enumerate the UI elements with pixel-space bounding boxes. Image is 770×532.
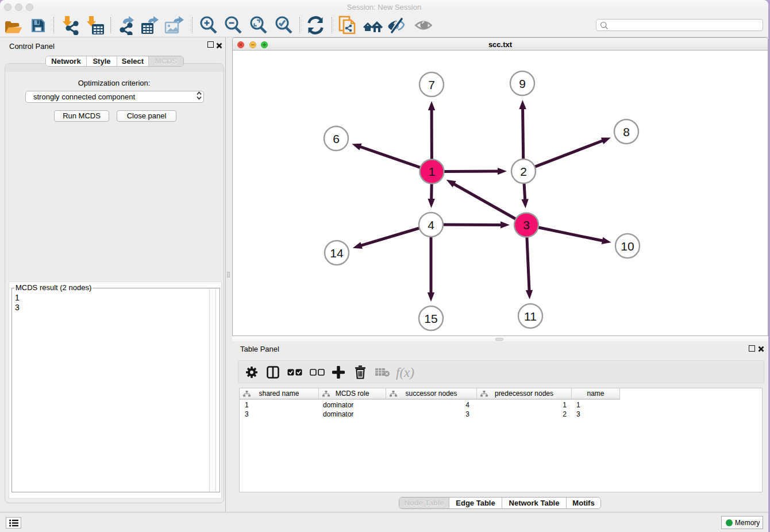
svg-text:9: 9 xyxy=(519,77,526,90)
svg-text:15: 15 xyxy=(424,312,437,325)
svg-text:11: 11 xyxy=(524,310,537,323)
svg-text:2: 2 xyxy=(520,165,527,178)
svg-text:10: 10 xyxy=(621,240,634,253)
svg-text:6: 6 xyxy=(333,132,340,145)
svg-text:8: 8 xyxy=(623,125,630,138)
svg-text:4: 4 xyxy=(428,218,434,232)
svg-text:1: 1 xyxy=(429,165,436,178)
svg-text:14: 14 xyxy=(330,246,344,260)
svg-text:7: 7 xyxy=(428,78,435,91)
svg-text:3: 3 xyxy=(523,218,530,232)
